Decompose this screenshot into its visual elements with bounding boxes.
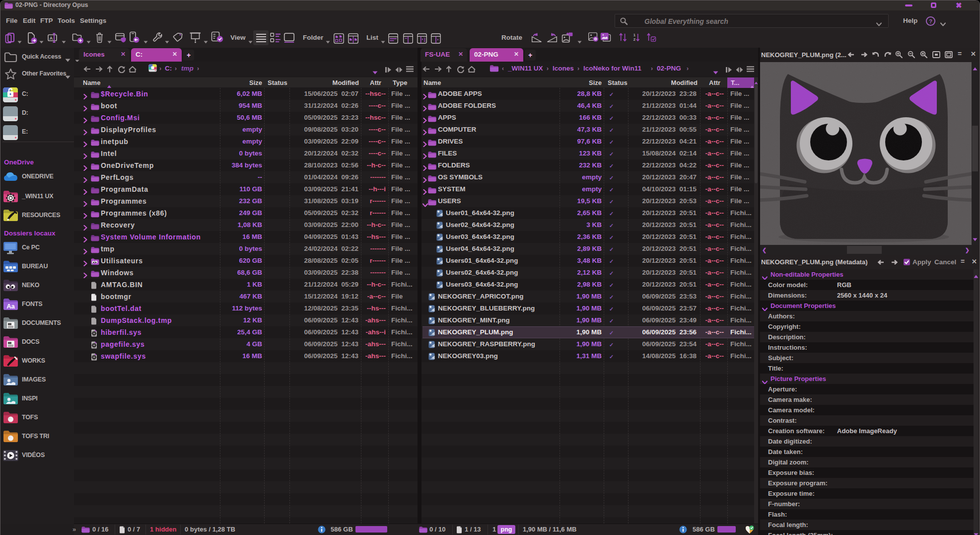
svg-text:A: A	[50, 36, 53, 41]
svg-text:1: 1	[633, 33, 636, 37]
svg-text:2: 2	[633, 37, 635, 42]
svg-text:?: ?	[929, 18, 932, 24]
